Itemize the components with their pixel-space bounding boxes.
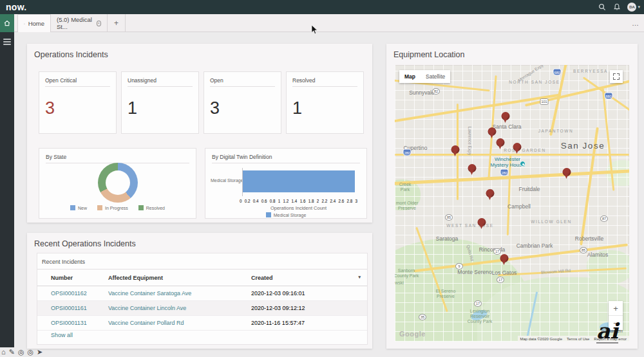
terms-of-use-link[interactable]: Terms of Use (567, 337, 589, 341)
zoom-in-button[interactable]: + (609, 301, 623, 316)
map-pin[interactable] (513, 143, 522, 154)
col-created[interactable]: Created▾ (251, 270, 367, 286)
incident-number-link[interactable]: OPSI0001131 (51, 320, 87, 326)
map-pin[interactable] (451, 145, 460, 157)
show-all-link[interactable]: Show all (51, 332, 73, 338)
map-type-control: Map Satellite (399, 70, 450, 83)
tab-close-icon[interactable]: × (97, 21, 101, 26)
kpi-value: 3 (210, 98, 281, 118)
donut-hole (106, 170, 130, 195)
map-pin[interactable] (502, 112, 510, 124)
bar-category-label: Medical Storage (211, 178, 243, 183)
servicenow-logo: now. (6, 2, 27, 12)
kpi-open[interactable]: Open 3 (204, 71, 281, 134)
map-pin[interactable] (468, 164, 477, 176)
map-pin[interactable] (497, 138, 505, 150)
record-icon[interactable]: ◎ (27, 348, 33, 356)
map-pin[interactable] (478, 218, 486, 230)
dtd-legend-label: Medical Storage (274, 213, 307, 217)
tab-bar: Home (5.0) Medical St... × + … (14, 14, 644, 32)
recent-operations-incidents-panel: Recent Operations Incidents Recent Incid… (27, 233, 372, 349)
google-logo: Google (399, 330, 426, 338)
fullscreen-icon (613, 73, 620, 80)
tab-home[interactable]: Home (17, 14, 51, 32)
legend-item: In Progress (97, 205, 128, 210)
home-icon (3, 19, 11, 27)
player-overlay-icons: ⌂ ✎ ◎ ◎ ➤ (1, 348, 43, 356)
tab-home-label: Home (28, 20, 44, 27)
panel-title: Equipment Location (386, 44, 638, 59)
map-pins (395, 65, 629, 342)
kpi-label: Resolved (292, 77, 357, 87)
kpi-label: Open (210, 77, 275, 87)
record-icon[interactable]: ◎ (18, 348, 24, 356)
satellite-button[interactable]: Satellite (421, 70, 450, 83)
by-digital-twin-chart-card: By Digital Twin Definition Medical Stora… (205, 148, 367, 219)
col-number[interactable]: Number (37, 270, 108, 286)
map-pin[interactable] (563, 168, 571, 179)
created-cell: 2020-12-03 09:12:12 (251, 301, 367, 316)
tab-medical-storage[interactable]: (5.0) Medical St... × (51, 14, 108, 32)
x-axis-title: Operations Incident Count (242, 205, 355, 211)
bar-legend: Medical Storage (205, 212, 366, 217)
app-header: now. DA ▾ (0, 0, 644, 14)
pencil-icon[interactable]: ✎ (9, 348, 15, 356)
col-affected-equipment[interactable]: Affected Equipment (108, 270, 251, 286)
panel-title: Operations Incidents (27, 44, 372, 59)
dtd-legend-swatch (266, 212, 271, 217)
home-icon (24, 21, 25, 27)
fullscreen-button[interactable] (610, 70, 623, 83)
equipment-location-panel: Equipment Location SunnyvaleSanta ClaraJ… (386, 44, 638, 349)
tab-medical-label: (5.0) Medical St... (57, 16, 93, 30)
chart-title: By State (46, 154, 189, 163)
kpi-value: 1 (292, 98, 363, 118)
ai-watermark: ai (596, 320, 618, 343)
panel-title: Recent Operations Incidents (27, 233, 372, 248)
incident-number-link[interactable]: OPSI0001162 (51, 290, 87, 297)
kpi-resolved[interactable]: Resolved 1 (286, 71, 364, 134)
mouse-cursor (311, 25, 318, 37)
bar-plot-area (242, 168, 355, 196)
avatar[interactable]: DA (627, 3, 636, 12)
legend-item: Resolved (138, 205, 165, 210)
search-icon[interactable] (598, 3, 607, 12)
kpi-label: Unassigned (128, 77, 193, 87)
legend-item: New (70, 205, 87, 210)
kpi-unassigned[interactable]: Unassigned 1 (121, 71, 199, 134)
map-button[interactable]: Map (399, 70, 421, 83)
tab-overflow-button[interactable]: … (632, 14, 639, 32)
equipment-link[interactable]: Vaccine Container Lincoln Ave (108, 305, 186, 311)
created-cell: 2020-11-16 15:57:47 (251, 316, 367, 331)
donut-chart[interactable] (98, 163, 138, 203)
map-pin[interactable] (500, 254, 509, 266)
user-menu[interactable]: DA ▾ (627, 3, 640, 12)
kpi-value: 1 (128, 98, 198, 118)
kpi-value: 3 (45, 98, 116, 118)
map-pin[interactable] (488, 127, 497, 139)
state-legend: NewIn ProgressResolved (39, 205, 196, 210)
left-rail (0, 32, 14, 347)
google-map[interactable]: SunnyvaleSanta ClaraJAPANTOWNSan JoseROS… (395, 65, 629, 342)
map-pin[interactable] (486, 189, 495, 201)
dtd-bar[interactable] (243, 170, 355, 192)
incident-number-link[interactable]: OPSI0001161 (51, 305, 87, 311)
share-arrow-icon[interactable]: ➤ (37, 348, 43, 356)
chart-title: By Digital Twin Definition (212, 154, 360, 163)
by-state-chart-card: By State NewIn ProgressResolved (39, 148, 196, 219)
column-menu-caret-icon[interactable]: ▾ (358, 275, 361, 280)
created-cell: 2020-12-03 09:16:01 (251, 286, 367, 301)
home-outline-icon[interactable]: ⌂ (1, 348, 6, 356)
table-row[interactable]: OPSI0001161 Vaccine Container Lincoln Av… (37, 301, 367, 316)
table-row[interactable]: OPSI0001131 Vaccine Container Pollard Rd… (37, 316, 367, 331)
equipment-link[interactable]: Vaccine Container Saratoga Ave (108, 290, 191, 297)
notifications-bell-icon[interactable] (612, 3, 621, 12)
widget-title: Recent Incidents (42, 259, 367, 265)
incidents-table: Number Affected Equipment Created▾ OPSI0… (37, 270, 367, 331)
kpi-open-critical[interactable]: Open Critical 3 (39, 71, 117, 134)
menu-hamburger-icon[interactable] (3, 39, 11, 45)
new-tab-button[interactable]: + (108, 14, 126, 32)
equipment-link[interactable]: Vaccine Container Pollard Rd (108, 320, 184, 326)
table-row[interactable]: OPSI0001162 Vaccine Container Saratoga A… (37, 286, 367, 301)
sidebar-home-button[interactable] (0, 14, 14, 32)
operations-incidents-panel: Operations Incidents Open Critical 3 Una… (27, 44, 372, 223)
